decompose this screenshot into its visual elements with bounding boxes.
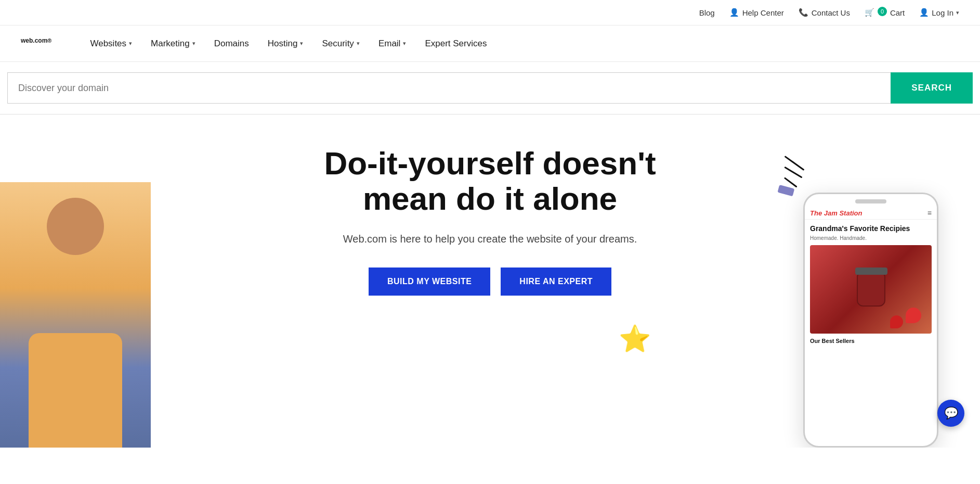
hero-section: Do-it-yourself doesn't mean do it alone …: [0, 114, 980, 448]
strawberry-image-1: [906, 308, 921, 323]
phone-product-image: [810, 245, 932, 334]
hero-title: Do-it-yourself doesn't mean do it alone: [308, 146, 672, 216]
search-button[interactable]: SEARCH: [891, 72, 973, 104]
phone-content: Grandma's Favorite Recipies Homemade. Ha…: [805, 220, 937, 348]
search-section: SEARCH: [0, 62, 980, 114]
login-button[interactable]: 👤 Log In ▾: [919, 8, 959, 17]
hero-buttons: BUILD MY WEBSITE HIRE AN EXPERT: [308, 268, 672, 296]
svg-rect-3: [777, 185, 794, 196]
hire-expert-button[interactable]: HIRE AN EXPERT: [501, 268, 611, 296]
contact-us-link[interactable]: 📞 Contact Us: [799, 8, 850, 17]
jam-jar-image: [857, 273, 885, 307]
svg-line-2: [783, 178, 798, 186]
phone-headline: Grandma's Favorite Recipies: [810, 224, 932, 233]
nav-item-domains[interactable]: Domains: [207, 34, 256, 53]
search-bar: SEARCH: [7, 72, 973, 104]
search-input[interactable]: [7, 72, 891, 104]
nav-item-websites[interactable]: Websites ▾: [83, 34, 139, 53]
chevron-down-icon: ▾: [357, 40, 360, 47]
cart-link[interactable]: 🛒 0 Cart: [865, 8, 905, 17]
phone-notch: [855, 199, 886, 203]
nav-item-expert-services[interactable]: Expert Services: [417, 34, 494, 53]
phone-bottom-label: Our Best Sellers: [810, 334, 932, 344]
help-center-link[interactable]: 👤 Help Center: [729, 8, 784, 17]
nav-item-marketing[interactable]: Marketing ▾: [143, 34, 203, 53]
person-body: [29, 333, 122, 448]
chevron-down-icon: ▾: [956, 9, 959, 16]
person-background: [0, 182, 151, 448]
phone-frame: The Jam Station ≡ Grandma's Favorite Rec…: [803, 193, 938, 448]
header: web.com® Websites ▾ Marketing ▾ Domains …: [0, 26, 980, 62]
chat-icon: 💬: [944, 406, 958, 420]
phone-header: The Jam Station ≡: [805, 207, 937, 220]
nav-item-security[interactable]: Security ▾: [315, 34, 367, 53]
phone-mockup: The Jam Station ≡ Grandma's Favorite Rec…: [803, 193, 938, 448]
strawberry-image-2: [890, 315, 903, 328]
chevron-down-icon: ▾: [129, 40, 132, 47]
phone-menu-icon: ≡: [927, 209, 932, 217]
top-bar: Blog 👤 Help Center 📞 Contact Us 🛒 0 Cart…: [0, 0, 980, 26]
phone-subtext: Homemade. Handmade.: [810, 235, 932, 241]
cart-badge: 0: [878, 7, 887, 16]
cart-icon: 🛒: [865, 8, 874, 17]
blog-link[interactable]: Blog: [699, 8, 715, 17]
avatar-icon: 👤: [919, 8, 929, 17]
logo[interactable]: web.com®: [21, 35, 51, 52]
chevron-down-icon: ▾: [403, 40, 406, 47]
chat-button[interactable]: 💬: [937, 400, 964, 427]
phone-icon: 📞: [799, 8, 808, 17]
main-nav: Websites ▾ Marketing ▾ Domains Hosting ▾…: [83, 34, 494, 53]
nav-item-email[interactable]: Email ▾: [371, 34, 414, 53]
chevron-down-icon: ▾: [300, 40, 303, 47]
decorative-star: ⭐: [619, 324, 651, 354]
svg-line-1: [784, 168, 803, 177]
hero-person-image: [0, 182, 151, 448]
build-website-button[interactable]: BUILD MY WEBSITE: [369, 268, 490, 296]
nav-item-hosting[interactable]: Hosting ▾: [260, 34, 311, 53]
hero-text-block: Do-it-yourself doesn't mean do it alone …: [308, 146, 672, 296]
phone-brand-logo: The Jam Station: [810, 209, 862, 217]
person-head: [47, 198, 104, 255]
jar-lid: [855, 268, 887, 275]
hero-subtitle: Web.com is here to help you create the w…: [308, 231, 672, 247]
chevron-down-icon: ▾: [192, 40, 195, 47]
person-icon: 👤: [729, 8, 739, 17]
